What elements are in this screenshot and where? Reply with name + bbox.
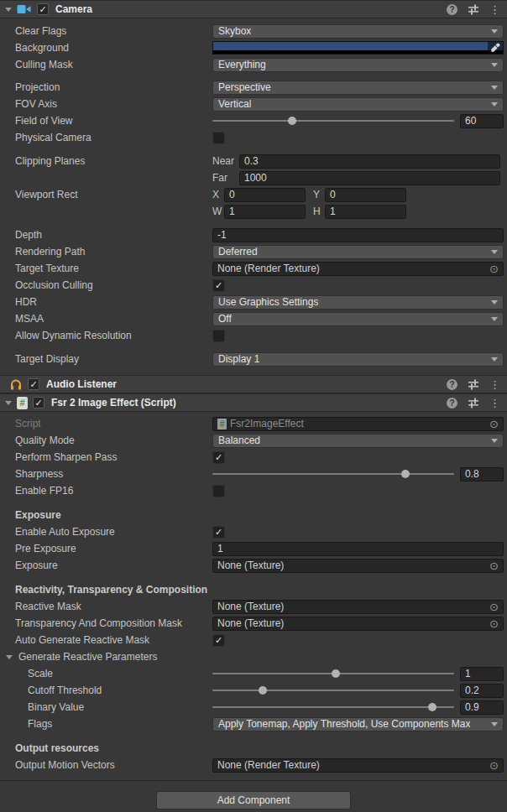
slider-handle[interactable]	[332, 669, 340, 678]
help-icon[interactable]: ?	[447, 379, 457, 390]
presets-icon[interactable]	[468, 397, 479, 409]
physical-camera-checkbox[interactable]	[212, 132, 225, 144]
perform-sharpen-pass-label: Perform Sharpen Pass	[0, 451, 212, 463]
object-picker-icon[interactable]: ⊙	[489, 760, 499, 771]
add-component-button[interactable]: Add Component	[156, 791, 351, 809]
output-section-header: Output resources	[0, 742, 99, 754]
audio-listener-enabled-checkbox[interactable]: ✓	[28, 378, 39, 390]
chevron-down-icon	[491, 102, 498, 107]
depth-label: Depth	[0, 229, 212, 241]
more-options-icon[interactable]: ⋮	[489, 398, 500, 409]
culling-mask-row: Culling Mask Everything	[0, 56, 507, 73]
rendering-path-dropdown[interactable]: Deferred	[212, 245, 504, 259]
background-color-field[interactable]	[212, 41, 504, 55]
enable-fp16-row: Enable FP16	[0, 482, 507, 499]
object-picker-icon[interactable]: ⊙	[489, 263, 499, 274]
perform-sharpen-pass-checkbox[interactable]: ✓	[212, 451, 225, 464]
viewport-w-input[interactable]: 1	[224, 205, 306, 219]
binary-value-row: Binary Value 0.9	[0, 699, 507, 716]
culling-mask-dropdown[interactable]: Everything	[212, 58, 504, 72]
physical-camera-label: Physical Camera	[0, 132, 212, 143]
flags-dropdown[interactable]: Apply Tonemap, Apply Threshold, Use Comp…	[212, 717, 504, 731]
fsr2-component-title: Fsr 2 Image Effect (Script)	[51, 397, 176, 409]
fov-axis-dropdown[interactable]: Vertical	[212, 97, 504, 112]
script-row: Script # Fsr2ImageEffect ⊙	[0, 415, 507, 432]
transparency-mask-object-field[interactable]: None (Texture) ⊙	[212, 617, 504, 631]
projection-dropdown[interactable]: Perspective	[212, 81, 504, 95]
object-picker-icon[interactable]: ⊙	[489, 419, 499, 429]
slider-handle[interactable]	[401, 470, 410, 478]
scale-input[interactable]: 1	[460, 667, 504, 681]
target-texture-value: None (Render Texture)	[217, 263, 320, 274]
fsr2-foldout-icon[interactable]	[5, 401, 12, 405]
clear-flags-dropdown[interactable]: Skybox	[212, 24, 504, 39]
more-options-icon[interactable]: ⋮	[489, 379, 500, 390]
enable-fp16-checkbox[interactable]	[212, 485, 225, 497]
cutoff-threshold-input[interactable]: 0.2	[460, 684, 504, 698]
binary-value-input[interactable]: 0.9	[460, 700, 504, 715]
more-options-icon[interactable]: ⋮	[489, 4, 500, 15]
enable-auto-exposure-checkbox[interactable]: ✓	[212, 526, 225, 539]
script-asset-icon: #	[17, 397, 28, 409]
sharpness-slider[interactable]	[212, 467, 454, 481]
slider-handle[interactable]	[259, 686, 267, 695]
object-picker-icon[interactable]: ⊙	[489, 601, 499, 612]
output-motion-vectors-object-field[interactable]: None (Render Texture) ⊙	[212, 758, 504, 773]
sharpness-input[interactable]: 0.8	[460, 467, 504, 481]
object-picker-icon[interactable]: ⊙	[489, 560, 499, 571]
auto-generate-reactive-mask-checkbox[interactable]: ✓	[212, 634, 225, 647]
script-object-field[interactable]: # Fsr2ImageEffect ⊙	[212, 417, 504, 431]
perform-sharpen-pass-row: Perform Sharpen Pass ✓	[0, 449, 507, 466]
near-input[interactable]: 0.3	[239, 154, 500, 169]
generate-reactive-parameters-foldout-icon[interactable]	[6, 655, 13, 659]
camera-foldout-icon[interactable]	[5, 8, 12, 12]
presets-icon[interactable]	[468, 378, 479, 390]
depth-input[interactable]: -1	[212, 228, 504, 242]
scale-slider[interactable]	[212, 667, 454, 680]
quality-mode-row: Quality Mode Balanced	[0, 432, 507, 449]
field-of-view-input[interactable]: 60	[460, 114, 504, 128]
help-icon[interactable]: ?	[447, 4, 457, 15]
pre-exposure-input[interactable]: 1	[212, 542, 504, 556]
chevron-down-icon	[491, 722, 498, 726]
camera-body: Clear Flags Skybox Background Culling Ma…	[0, 18, 507, 375]
output-motion-vectors-value: None (Render Texture)	[217, 759, 320, 771]
field-of-view-label: Field of View	[0, 115, 212, 127]
occlusion-culling-checkbox[interactable]: ✓	[212, 279, 225, 292]
chevron-down-icon	[491, 300, 498, 304]
reactive-mask-object-field[interactable]: None (Texture) ⊙	[212, 600, 504, 614]
slider-handle[interactable]	[288, 117, 296, 125]
viewport-y-input[interactable]: 0	[325, 188, 406, 202]
viewport-h-input[interactable]: 1	[325, 205, 406, 219]
slider-handle[interactable]	[428, 703, 436, 711]
help-icon[interactable]: ?	[447, 398, 457, 409]
target-texture-object-field[interactable]: None (Render Texture) ⊙	[212, 262, 504, 276]
msaa-dropdown[interactable]: Off	[212, 312, 504, 326]
viewport-x-input[interactable]: 0	[224, 188, 306, 202]
allow-dynamic-resolution-checkbox[interactable]	[212, 330, 225, 342]
viewport-rect-row: Viewport Rect X 0 Y 0 W 1 H 1	[0, 186, 507, 220]
exposure-object-field[interactable]: None (Texture) ⊙	[212, 559, 504, 573]
eyedropper-icon	[490, 43, 500, 53]
script-asset-icon: #	[217, 419, 227, 429]
eyedropper-button[interactable]	[488, 42, 503, 54]
quality-mode-dropdown[interactable]: Balanced	[212, 434, 504, 448]
binary-value-label: Binary Value	[0, 701, 212, 713]
fsr2-enabled-checkbox[interactable]: ✓	[33, 397, 44, 409]
object-picker-icon[interactable]: ⊙	[489, 618, 499, 629]
presets-icon[interactable]	[468, 3, 479, 15]
target-display-dropdown[interactable]: Display 1	[212, 352, 504, 367]
field-of-view-slider[interactable]	[212, 114, 454, 128]
projection-row: Projection Perspective	[0, 79, 507, 96]
hdr-dropdown[interactable]: Use Graphics Settings	[212, 295, 504, 310]
camera-enabled-checkbox[interactable]: ✓	[37, 3, 49, 15]
depth-row: Depth -1	[0, 226, 507, 243]
pre-exposure-label: Pre Exposure	[0, 543, 212, 554]
far-input[interactable]: 1000	[239, 171, 500, 185]
target-texture-label: Target Texture	[0, 263, 212, 274]
binary-value-slider[interactable]	[212, 700, 454, 714]
chevron-down-icon	[491, 63, 498, 67]
msaa-row: MSAA Off	[0, 310, 507, 327]
reactive-mask-value: None (Texture)	[217, 601, 284, 612]
cutoff-threshold-slider[interactable]	[212, 684, 454, 697]
